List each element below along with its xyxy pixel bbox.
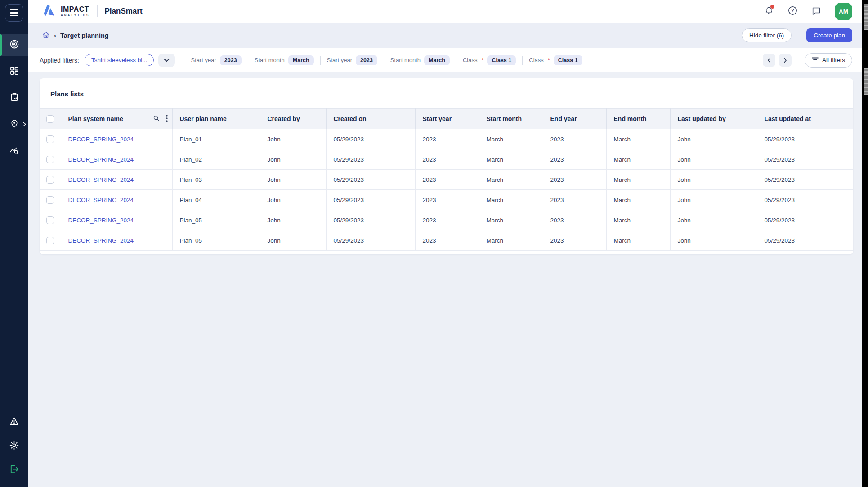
cell-start-year: 2023 xyxy=(415,170,479,190)
help-button[interactable]: ? xyxy=(787,5,798,17)
filter-group-start-year: Start year2023 xyxy=(191,55,241,65)
target-icon xyxy=(9,39,20,51)
filter-chip-dropdown-button[interactable] xyxy=(158,54,175,67)
table-row: DECOR_SPRING_2024Plan_04John05/29/202320… xyxy=(40,190,853,210)
row-checkbox[interactable] xyxy=(46,156,54,163)
feedback-button[interactable] xyxy=(811,6,821,17)
cell-last-updated-at: 05/29/2023 xyxy=(757,149,853,170)
cell-last-updated-at: 05/29/2023 xyxy=(757,170,853,190)
sidebar-item-locations[interactable] xyxy=(0,114,28,135)
cell-end-year: 2023 xyxy=(543,230,606,251)
column-header-label: User plan name xyxy=(180,115,227,122)
cell-end-month: March xyxy=(606,210,670,230)
column-menu-button[interactable] xyxy=(166,115,168,123)
filter-group-value: 2023 xyxy=(220,55,242,65)
all-filters-button[interactable]: All filters xyxy=(805,53,852,68)
row-select-cell xyxy=(40,129,61,149)
row-checkbox[interactable] xyxy=(46,196,54,204)
header-divider xyxy=(97,5,98,17)
column-search-button[interactable] xyxy=(153,115,160,123)
applied-filter-chip[interactable]: Tshirt sleeveless bl... xyxy=(85,54,154,66)
column-header-user-plan-name: User plan name xyxy=(172,109,260,129)
cell-created-by: John xyxy=(260,170,326,190)
cell-created-on: 05/29/2023 xyxy=(326,170,415,190)
cell-created-on: 05/29/2023 xyxy=(326,129,415,149)
cell-plan-system-name: DECOR_SPRING_2024 xyxy=(61,149,172,170)
row-checkbox[interactable] xyxy=(46,135,54,143)
plan-system-name-link[interactable]: DECOR_SPRING_2024 xyxy=(68,176,134,183)
sidebar-item-target-planning[interactable] xyxy=(0,34,28,56)
filter-group-class: Class*Class 1 xyxy=(463,55,516,65)
help-circle-icon: ? xyxy=(787,5,798,17)
sidebar-item-plans[interactable] xyxy=(0,87,28,109)
plan-system-name-link[interactable]: DECOR_SPRING_2024 xyxy=(68,217,134,224)
filter-group-start-month: Start monthMarch xyxy=(390,55,450,65)
plan-system-name-link[interactable]: DECOR_SPRING_2024 xyxy=(68,156,134,163)
cell-user-plan-name: Plan_02 xyxy=(172,149,260,170)
filter-pager-divider xyxy=(798,56,798,65)
select-all-checkbox[interactable] xyxy=(46,115,54,123)
cell-plan-system-name: DECOR_SPRING_2024 xyxy=(61,170,172,190)
plan-system-name-link[interactable]: DECOR_SPRING_2024 xyxy=(68,197,134,203)
main-area: IMPACT ANALYTICS PlanSmart xyxy=(28,0,862,487)
table-row: DECOR_SPRING_2024Plan_01John05/29/202320… xyxy=(40,129,853,149)
filter-group-divider xyxy=(384,56,384,65)
plan-system-name-link[interactable]: DECOR_SPRING_2024 xyxy=(68,136,134,143)
cell-user-plan-name: Plan_03 xyxy=(172,170,260,190)
breadcrumb: › Target planning xyxy=(42,31,109,41)
search-icon xyxy=(153,115,160,123)
cell-start-month: March xyxy=(479,230,543,251)
cell-start-month: March xyxy=(479,210,543,230)
cell-last-updated-at: 05/29/2023 xyxy=(757,190,853,210)
row-checkbox[interactable] xyxy=(46,176,54,184)
breadcrumb-separator: › xyxy=(54,32,56,39)
brand: IMPACT ANALYTICS xyxy=(43,4,90,19)
user-avatar[interactable]: AM xyxy=(835,3,852,20)
row-checkbox[interactable] xyxy=(46,216,54,224)
sidebar-item-alerts[interactable] xyxy=(9,416,19,428)
plan-system-name-link[interactable]: DECOR_SPRING_2024 xyxy=(68,237,134,244)
all-filters-label: All filters xyxy=(822,57,845,63)
row-select-cell xyxy=(40,190,61,210)
cell-created-on: 05/29/2023 xyxy=(326,190,415,210)
cell-created-by: John xyxy=(260,230,326,251)
chevron-right-icon[interactable] xyxy=(22,121,27,129)
sidebar-item-dashboard[interactable] xyxy=(0,61,28,82)
cell-start-year: 2023 xyxy=(415,129,479,149)
create-plan-button[interactable]: Create plan xyxy=(806,28,852,42)
column-header-label: Plan system name xyxy=(68,115,123,122)
column-header-label: End year xyxy=(550,115,577,122)
hamburger-menu-button[interactable] xyxy=(5,4,23,22)
edge-speckle xyxy=(864,4,868,30)
right-edge-scrollbar-artifact[interactable] xyxy=(862,0,868,487)
hide-filter-button[interactable]: Hide filter (6) xyxy=(742,28,792,42)
sidebar-item-settings[interactable] xyxy=(9,440,19,452)
filters-scroll-left-button[interactable] xyxy=(763,54,775,67)
brand-tagline: ANALYTICS xyxy=(61,14,90,17)
sidebar-item-insights[interactable] xyxy=(0,140,28,162)
table-row: DECOR_SPRING_2024Plan_03John05/29/202320… xyxy=(40,170,853,190)
row-select-cell xyxy=(40,230,61,251)
clipboard-check-icon xyxy=(9,92,19,104)
notifications-button[interactable] xyxy=(764,5,774,17)
cell-user-plan-name: Plan_05 xyxy=(172,210,260,230)
cell-last-updated-at: 05/29/2023 xyxy=(757,129,853,149)
filters-scroll-right-button[interactable] xyxy=(779,54,792,67)
filter-group-value: March xyxy=(288,55,314,65)
cell-plan-system-name: DECOR_SPRING_2024 xyxy=(61,129,172,149)
required-asterisk: * xyxy=(548,57,550,63)
breadcrumb-bar: › Target planning Hide filter (6) Create… xyxy=(28,23,862,48)
cell-last-updated-by: John xyxy=(670,210,757,230)
cell-end-month: March xyxy=(606,230,670,251)
cell-end-month: March xyxy=(606,149,670,170)
filter-group-label: Class xyxy=(529,57,544,63)
sidebar-item-logout[interactable] xyxy=(9,464,19,476)
cell-created-by: John xyxy=(260,190,326,210)
cell-created-on: 05/29/2023 xyxy=(326,149,415,170)
home-icon[interactable] xyxy=(42,31,50,41)
filter-group-value: Class 1 xyxy=(487,55,516,65)
column-header-end-year: End year xyxy=(543,109,606,129)
column-header-plan-system-name: Plan system name xyxy=(61,109,172,129)
row-checkbox[interactable] xyxy=(46,237,54,244)
impact-analytics-logo-icon xyxy=(43,4,56,19)
